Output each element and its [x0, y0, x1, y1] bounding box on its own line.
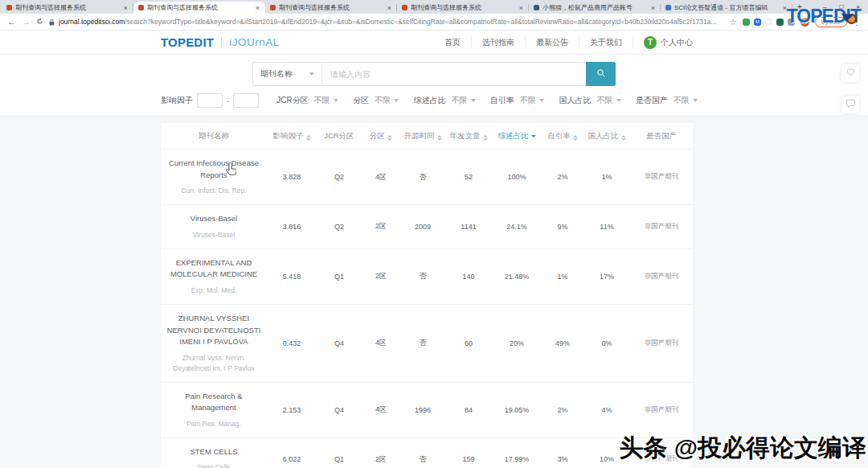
- chevron-down-icon: [471, 99, 476, 102]
- chevron-down-icon: [616, 99, 621, 102]
- review-ratio-cell: 17.99%: [492, 437, 542, 468]
- forward-icon[interactable]: →: [22, 18, 31, 27]
- journal-name-link[interactable]: Viruses-Basel: [162, 213, 265, 225]
- filter-select[interactable]: 不限: [674, 95, 698, 106]
- journal-name-link[interactable]: Pain Research & Management: [162, 391, 265, 414]
- sort-icon[interactable]: [573, 135, 578, 141]
- tab-list: 期刊查询与选择服务系统 × 期刊查询与选择服务系统 × 期刊查询与选择服务系统 …: [2, 2, 792, 14]
- column-header-label: 国人占比: [588, 131, 619, 140]
- sort-icon[interactable]: [306, 135, 311, 141]
- filter-select[interactable]: 不限: [452, 95, 476, 106]
- column-header[interactable]: 年发文量: [445, 123, 492, 150]
- extension-icon[interactable]: [743, 18, 750, 26]
- results-card: 期刊名称 影响因子 JCR分区 分区: [161, 123, 693, 468]
- sort-icon[interactable]: [531, 135, 536, 138]
- jcr-cell: Q1: [317, 437, 362, 468]
- tab-favicon-icon: [402, 5, 407, 10]
- column-header[interactable]: 期刊名称: [161, 123, 267, 150]
- compatriot-ratio-cell: 0%: [583, 304, 630, 382]
- nav-item[interactable]: 选刊指南: [472, 37, 526, 48]
- journal-name-link[interactable]: Current Infectious Disease Reports: [162, 158, 265, 181]
- sort-icon[interactable]: [387, 135, 392, 141]
- column-header[interactable]: JCR分区: [317, 123, 362, 150]
- column-header[interactable]: 国人占比: [583, 123, 630, 150]
- filter-item: 是否国产 不限: [636, 95, 698, 106]
- refresh-icon[interactable]: [36, 18, 43, 27]
- table-row: STEM CELLS Stem Cells 6.022 Q1 2区 否 159 …: [161, 437, 693, 468]
- browser-tab[interactable]: 期刊查询与选择服务系统 ×: [397, 2, 529, 14]
- filter-select[interactable]: 不限: [375, 95, 399, 106]
- tab-close-icon[interactable]: ×: [650, 4, 656, 12]
- column-header-label: 影响因子: [273, 131, 304, 140]
- user-center-link[interactable]: T 个人中心: [633, 36, 693, 49]
- bookmark-star-icon[interactable]: ☆: [730, 18, 737, 27]
- sort-icon[interactable]: [621, 135, 626, 141]
- browser-tab[interactable]: 期刊查询与选择服务系统 ×: [133, 2, 265, 14]
- chevron-down-icon: [309, 72, 314, 76]
- impact-factor-cell: 6.022: [267, 437, 317, 468]
- self-citation-cell: 2%: [542, 382, 583, 437]
- journal-abbreviation: Pain Res. Manag.: [162, 419, 265, 429]
- quartile-cell: 2区: [362, 205, 400, 248]
- filter-item: 自引率 不限: [490, 95, 544, 106]
- self-citation-cell: 2%: [542, 150, 583, 205]
- extension-icon[interactable]: R: [765, 18, 772, 26]
- impact-factor-min-input[interactable]: [197, 93, 223, 108]
- column-header[interactable]: 开源时间: [400, 123, 445, 150]
- column-header[interactable]: 是否国产: [630, 123, 693, 150]
- sort-icon[interactable]: [437, 135, 442, 141]
- browser-tab[interactable]: 期刊查询与选择服务系统 ×: [2, 2, 133, 14]
- filter-value: 不限: [520, 95, 536, 106]
- tab-close-icon[interactable]: ×: [518, 4, 524, 12]
- impact-factor-max-input[interactable]: [233, 93, 259, 108]
- tab-close-icon[interactable]: ×: [387, 4, 392, 12]
- search-type-select[interactable]: 期刊名称: [253, 63, 322, 85]
- column-header[interactable]: 分区: [362, 123, 400, 150]
- column-header-label: 分区: [370, 131, 385, 140]
- column-header[interactable]: 影响因子: [267, 123, 317, 150]
- filter-select[interactable]: 不限: [520, 95, 544, 106]
- annual-articles-cell: 159: [445, 437, 492, 468]
- chevron-down-icon: [693, 99, 698, 102]
- nav-item[interactable]: 关于我们: [579, 37, 633, 48]
- extension-icon[interactable]: U: [754, 18, 761, 26]
- filter-select[interactable]: 不限: [314, 95, 338, 106]
- nav-item[interactable]: 最新公告: [526, 37, 579, 48]
- journal-name-link[interactable]: ZHURNAL VYSSHEI NERVNOI DEYATELNOSTI IME…: [162, 313, 265, 348]
- journal-name-link[interactable]: STEM CELLS: [162, 446, 265, 458]
- column-header-label: 综述占比: [498, 131, 529, 140]
- oa-since-cell: 否: [400, 248, 445, 304]
- journal-abbreviation: Exp. Mol. Med.: [162, 285, 265, 296]
- column-header[interactable]: 综述占比: [492, 123, 542, 150]
- search-button[interactable]: [586, 62, 616, 86]
- compatriot-ratio-cell: 11%: [583, 205, 630, 248]
- favorite-button[interactable]: [841, 64, 859, 82]
- browser-tab[interactable]: 小熊猫，松鼠产品商用产品账号 ×: [529, 2, 661, 14]
- table-row: Current Infectious Disease Reports Curr.…: [161, 150, 693, 205]
- back-icon[interactable]: ←: [7, 18, 16, 27]
- feedback-button[interactable]: [841, 96, 859, 113]
- site-logo[interactable]: TOPEDIT iJOUrnAL: [161, 35, 280, 49]
- jcr-cell: Q4: [317, 304, 362, 382]
- annual-articles-cell: 140: [445, 248, 492, 304]
- tab-close-icon[interactable]: ×: [123, 4, 129, 12]
- review-ratio-cell: 24.1%: [492, 205, 542, 248]
- extension-icon[interactable]: [776, 18, 784, 26]
- topedit-watermark: TOPEDIT: [787, 6, 857, 27]
- filter-select[interactable]: 不限: [597, 95, 621, 106]
- search-input[interactable]: [322, 63, 586, 85]
- url-text[interactable]: journal.topeditsci.com/search?keywordTyp…: [59, 18, 717, 26]
- oa-since-cell: 2009: [400, 205, 445, 248]
- sort-icon[interactable]: [483, 135, 488, 141]
- browser-tab[interactable]: 期刊查询与选择服务系统 ×: [265, 2, 397, 14]
- chevron-down-icon: [394, 99, 399, 102]
- journal-abbreviation: Zhurnal Vyss. Nervn. Deyatelnosti Im. I …: [162, 353, 265, 374]
- nav-item[interactable]: 首页: [434, 37, 472, 48]
- tab-close-icon[interactable]: ×: [255, 4, 260, 12]
- filter-value: 不限: [314, 95, 330, 106]
- journal-name-link[interactable]: EXPERIMENTAL AND MOLECULAR MEDICINE: [162, 257, 265, 281]
- browser-tab[interactable]: SCI论文答疑通道 - 官方语言编辑 ×: [661, 2, 792, 14]
- column-header[interactable]: 自引率: [542, 123, 583, 150]
- column-header-label: 年发文量: [450, 131, 481, 140]
- filter-label: 自引率: [490, 95, 514, 106]
